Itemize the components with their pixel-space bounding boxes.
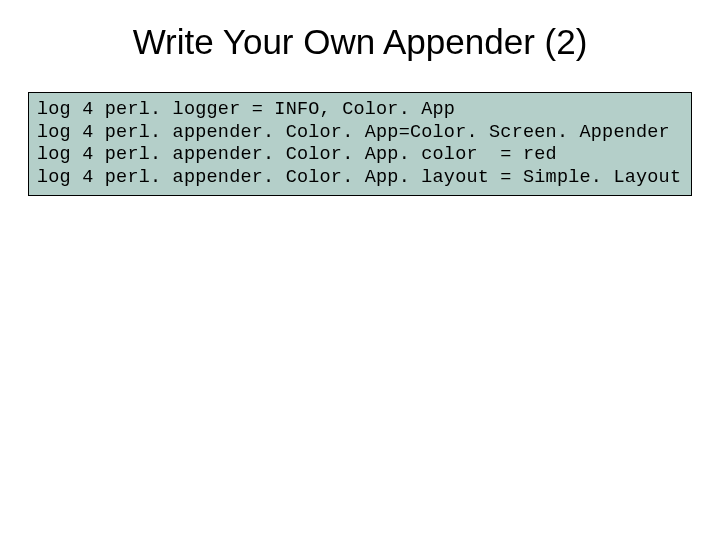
slide: Write Your Own Appender (2) log 4 perl. … (0, 0, 720, 540)
code-line: log 4 perl. appender. Color. App. color … (37, 144, 683, 167)
code-line: log 4 perl. appender. Color. App. layout… (37, 167, 683, 190)
slide-title: Write Your Own Appender (2) (0, 0, 720, 92)
code-block: log 4 perl. logger = INFO, Color. App lo… (28, 92, 692, 196)
code-line: log 4 perl. logger = INFO, Color. App (37, 99, 683, 122)
code-line: log 4 perl. appender. Color. App=Color. … (37, 122, 683, 145)
